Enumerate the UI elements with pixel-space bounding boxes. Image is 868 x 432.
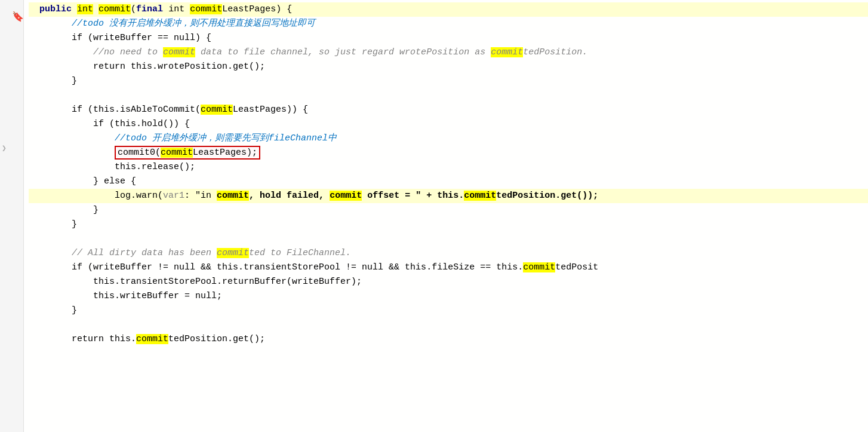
code-line: this.writeBuffer = null; bbox=[29, 289, 868, 304]
bookmark-icon: 🔖 bbox=[12, 11, 20, 22]
code-line: if (this.hold()) { bbox=[29, 117, 868, 131]
code-area: public int commit(final int commitLeastP… bbox=[24, 0, 868, 432]
code-line: } else { bbox=[29, 174, 868, 189]
code-line: //no need to commit data to file channel… bbox=[29, 45, 868, 60]
code-viewer: 🔖 ❯ public int commit(final int commitLe… bbox=[0, 0, 868, 432]
code-line: if (writeBuffer != null && this.transien… bbox=[29, 261, 868, 275]
code-line: public int commit(final int commitLeastP… bbox=[29, 2, 868, 17]
code-line: this.release(); bbox=[29, 160, 868, 174]
code-line: if (this.isAbleToCommit(commitLeastPages… bbox=[29, 103, 868, 117]
code-line: } bbox=[29, 74, 868, 88]
code-line: return this.wrotePosition.get(); bbox=[29, 60, 868, 74]
code-line bbox=[29, 88, 868, 103]
code-line: if (writeBuffer == null) { bbox=[29, 31, 868, 45]
code-line: commit0(commitLeastPages); bbox=[29, 146, 868, 160]
code-line: //todo 开启堆外缓冲，则需要先写到fileChannel中 bbox=[29, 131, 868, 146]
code-line bbox=[29, 232, 868, 246]
gutter: 🔖 ❯ bbox=[0, 0, 24, 432]
code-line bbox=[29, 318, 868, 332]
code-line: } bbox=[29, 217, 868, 232]
code-line: log.warn(var1: "in commit, hold failed, … bbox=[29, 189, 868, 203]
code-line: //todo 没有开启堆外缓冲，则不用处理直接返回写地址即可 bbox=[29, 17, 868, 31]
code-line: this.transientStorePool.returnBuffer(wri… bbox=[29, 275, 868, 289]
code-line: return this.committedPosition.get(); bbox=[29, 332, 868, 347]
chevron-icon: ❯ bbox=[2, 143, 7, 153]
code-line: } bbox=[29, 203, 868, 217]
code-line: // All dirty data has been committed to … bbox=[29, 246, 868, 261]
code-line: } bbox=[29, 304, 868, 318]
